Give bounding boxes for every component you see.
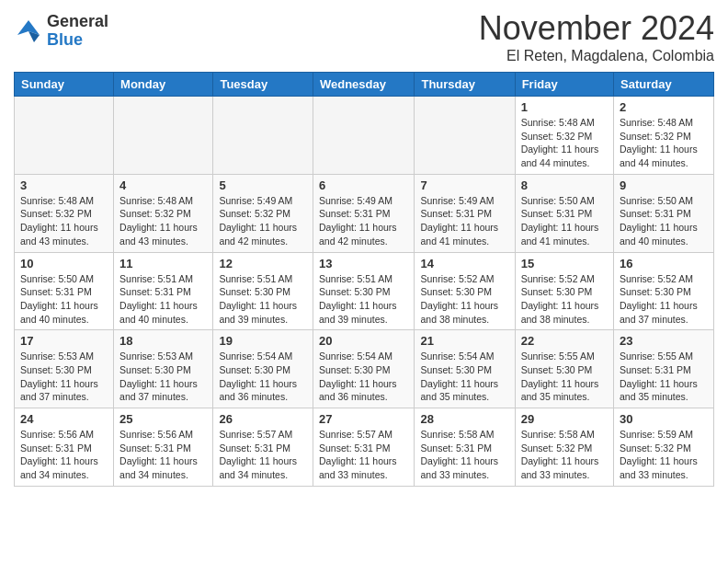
day-number: 11 bbox=[119, 257, 207, 270]
day-number: 13 bbox=[319, 257, 409, 270]
logo: General Blue bbox=[14, 13, 108, 50]
month-title: November 2024 bbox=[479, 9, 714, 48]
day-number: 26 bbox=[219, 412, 307, 426]
day-info: Sunrise: 5:52 AMSunset: 5:30 PMDaylight:… bbox=[420, 272, 508, 327]
calendar-cell bbox=[213, 97, 313, 175]
day-info: Sunrise: 5:48 AMSunset: 5:32 PMDaylight:… bbox=[620, 116, 708, 170]
calendar-cell: 17Sunrise: 5:53 AMSunset: 5:30 PMDayligh… bbox=[15, 330, 114, 408]
day-info: Sunrise: 5:57 AMSunset: 5:31 PMDaylight:… bbox=[319, 428, 409, 482]
header: General Blue November 2024 El Reten, Mag… bbox=[14, 9, 714, 64]
day-info: Sunrise: 5:52 AMSunset: 5:30 PMDaylight:… bbox=[521, 272, 608, 327]
day-number: 1 bbox=[521, 100, 608, 114]
day-number: 20 bbox=[319, 334, 409, 348]
day-number: 23 bbox=[620, 334, 708, 348]
day-info: Sunrise: 5:55 AMSunset: 5:31 PMDaylight:… bbox=[620, 350, 708, 404]
calendar-cell: 21Sunrise: 5:54 AMSunset: 5:30 PMDayligh… bbox=[415, 330, 515, 408]
day-number: 22 bbox=[521, 334, 608, 348]
day-number: 6 bbox=[319, 178, 409, 192]
weekday-header-friday: Friday bbox=[515, 73, 613, 97]
calendar-cell: 13Sunrise: 5:51 AMSunset: 5:30 PMDayligh… bbox=[313, 252, 415, 330]
calendar-cell: 28Sunrise: 5:58 AMSunset: 5:31 PMDayligh… bbox=[415, 408, 515, 487]
logo-icon bbox=[14, 17, 43, 46]
calendar-cell: 4Sunrise: 5:48 AMSunset: 5:32 PMDaylight… bbox=[114, 174, 213, 252]
day-info: Sunrise: 5:57 AMSunset: 5:31 PMDaylight:… bbox=[219, 428, 307, 482]
page: General Blue November 2024 El Reten, Mag… bbox=[0, 0, 728, 500]
logo-general-text: General bbox=[47, 13, 108, 31]
day-info: Sunrise: 5:55 AMSunset: 5:30 PMDaylight:… bbox=[521, 350, 608, 404]
day-info: Sunrise: 5:56 AMSunset: 5:31 PMDaylight:… bbox=[119, 428, 207, 482]
day-number: 8 bbox=[521, 178, 608, 192]
calendar-week-5: 24Sunrise: 5:56 AMSunset: 5:31 PMDayligh… bbox=[15, 408, 714, 487]
weekday-header-thursday: Thursday bbox=[415, 73, 515, 97]
day-number: 15 bbox=[521, 257, 608, 270]
weekday-header-sunday: Sunday bbox=[15, 73, 114, 97]
calendar-cell bbox=[313, 97, 415, 175]
day-info: Sunrise: 5:51 AMSunset: 5:30 PMDaylight:… bbox=[219, 272, 307, 327]
day-number: 17 bbox=[20, 334, 108, 348]
logo-blue-text: Blue bbox=[47, 31, 108, 50]
day-info: Sunrise: 5:50 AMSunset: 5:31 PMDaylight:… bbox=[20, 272, 108, 327]
calendar-cell: 26Sunrise: 5:57 AMSunset: 5:31 PMDayligh… bbox=[213, 408, 313, 487]
day-number: 19 bbox=[219, 334, 307, 348]
calendar-cell: 24Sunrise: 5:56 AMSunset: 5:31 PMDayligh… bbox=[15, 408, 114, 487]
calendar-cell: 20Sunrise: 5:54 AMSunset: 5:30 PMDayligh… bbox=[313, 330, 415, 408]
calendar-cell: 3Sunrise: 5:48 AMSunset: 5:32 PMDaylight… bbox=[15, 174, 114, 252]
day-info: Sunrise: 5:56 AMSunset: 5:31 PMDaylight:… bbox=[20, 428, 108, 482]
day-number: 2 bbox=[620, 100, 708, 114]
day-info: Sunrise: 5:49 AMSunset: 5:31 PMDaylight:… bbox=[420, 194, 508, 248]
calendar-cell: 23Sunrise: 5:55 AMSunset: 5:31 PMDayligh… bbox=[614, 330, 714, 408]
day-number: 30 bbox=[620, 412, 708, 426]
subtitle: El Reten, Magdalena, Colombia bbox=[479, 48, 714, 64]
calendar-cell: 16Sunrise: 5:52 AMSunset: 5:30 PMDayligh… bbox=[614, 252, 714, 330]
day-info: Sunrise: 5:59 AMSunset: 5:32 PMDaylight:… bbox=[620, 428, 708, 482]
day-number: 9 bbox=[620, 178, 708, 192]
calendar-cell bbox=[114, 97, 213, 175]
calendar-week-4: 17Sunrise: 5:53 AMSunset: 5:30 PMDayligh… bbox=[15, 330, 714, 408]
day-info: Sunrise: 5:50 AMSunset: 5:31 PMDaylight:… bbox=[521, 194, 608, 248]
calendar-cell: 8Sunrise: 5:50 AMSunset: 5:31 PMDaylight… bbox=[515, 174, 613, 252]
day-info: Sunrise: 5:50 AMSunset: 5:31 PMDaylight:… bbox=[620, 194, 708, 248]
day-info: Sunrise: 5:48 AMSunset: 5:32 PMDaylight:… bbox=[20, 194, 108, 248]
day-number: 16 bbox=[620, 257, 708, 270]
day-info: Sunrise: 5:48 AMSunset: 5:32 PMDaylight:… bbox=[521, 116, 608, 170]
calendar-cell: 1Sunrise: 5:48 AMSunset: 5:32 PMDaylight… bbox=[515, 97, 613, 175]
calendar-cell bbox=[15, 97, 114, 175]
day-info: Sunrise: 5:54 AMSunset: 5:30 PMDaylight:… bbox=[319, 350, 409, 404]
calendar-cell: 12Sunrise: 5:51 AMSunset: 5:30 PMDayligh… bbox=[213, 252, 313, 330]
calendar-cell: 14Sunrise: 5:52 AMSunset: 5:30 PMDayligh… bbox=[415, 252, 515, 330]
day-number: 14 bbox=[420, 257, 508, 270]
calendar-cell: 25Sunrise: 5:56 AMSunset: 5:31 PMDayligh… bbox=[114, 408, 213, 487]
day-number: 10 bbox=[20, 257, 108, 270]
day-number: 29 bbox=[521, 412, 608, 426]
calendar-cell: 9Sunrise: 5:50 AMSunset: 5:31 PMDaylight… bbox=[614, 174, 714, 252]
calendar-cell: 30Sunrise: 5:59 AMSunset: 5:32 PMDayligh… bbox=[614, 408, 714, 487]
day-number: 24 bbox=[20, 412, 108, 426]
calendar-cell: 2Sunrise: 5:48 AMSunset: 5:32 PMDaylight… bbox=[614, 97, 714, 175]
calendar-cell: 29Sunrise: 5:58 AMSunset: 5:32 PMDayligh… bbox=[515, 408, 613, 487]
day-info: Sunrise: 5:53 AMSunset: 5:30 PMDaylight:… bbox=[20, 350, 108, 404]
calendar-week-2: 3Sunrise: 5:48 AMSunset: 5:32 PMDaylight… bbox=[15, 174, 714, 252]
day-info: Sunrise: 5:58 AMSunset: 5:31 PMDaylight:… bbox=[420, 428, 508, 482]
calendar-cell: 11Sunrise: 5:51 AMSunset: 5:31 PMDayligh… bbox=[114, 252, 213, 330]
day-info: Sunrise: 5:48 AMSunset: 5:32 PMDaylight:… bbox=[119, 194, 207, 248]
svg-marker-0 bbox=[17, 20, 40, 35]
day-info: Sunrise: 5:51 AMSunset: 5:30 PMDaylight:… bbox=[319, 272, 409, 327]
weekday-header-saturday: Saturday bbox=[614, 73, 714, 97]
calendar-cell: 5Sunrise: 5:49 AMSunset: 5:32 PMDaylight… bbox=[213, 174, 313, 252]
calendar-cell bbox=[415, 97, 515, 175]
day-number: 7 bbox=[420, 178, 508, 192]
calendar-cell: 27Sunrise: 5:57 AMSunset: 5:31 PMDayligh… bbox=[313, 408, 415, 487]
calendar-cell: 6Sunrise: 5:49 AMSunset: 5:31 PMDaylight… bbox=[313, 174, 415, 252]
calendar-cell: 19Sunrise: 5:54 AMSunset: 5:30 PMDayligh… bbox=[213, 330, 313, 408]
calendar-header-row: SundayMondayTuesdayWednesdayThursdayFrid… bbox=[15, 73, 714, 97]
calendar-cell: 10Sunrise: 5:50 AMSunset: 5:31 PMDayligh… bbox=[15, 252, 114, 330]
day-number: 12 bbox=[219, 257, 307, 270]
calendar-cell: 18Sunrise: 5:53 AMSunset: 5:30 PMDayligh… bbox=[114, 330, 213, 408]
day-number: 25 bbox=[119, 412, 207, 426]
day-number: 4 bbox=[119, 178, 207, 192]
logo-text: General Blue bbox=[47, 13, 108, 50]
calendar-cell: 15Sunrise: 5:52 AMSunset: 5:30 PMDayligh… bbox=[515, 252, 613, 330]
day-number: 5 bbox=[219, 178, 307, 192]
calendar-week-1: 1Sunrise: 5:48 AMSunset: 5:32 PMDaylight… bbox=[15, 97, 714, 175]
day-number: 21 bbox=[420, 334, 508, 348]
